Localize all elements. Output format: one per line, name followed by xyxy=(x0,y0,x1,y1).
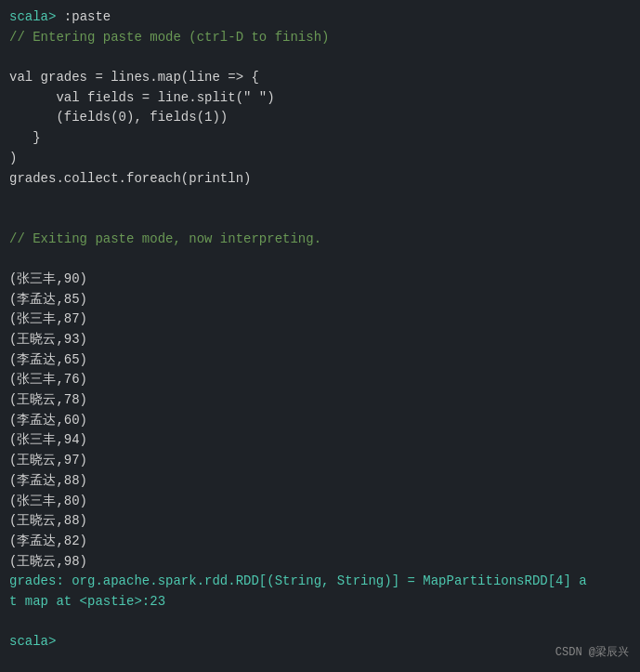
terminal-line: } xyxy=(9,128,631,149)
watermark: CSDN @梁辰兴 xyxy=(555,644,629,661)
terminal-line: scala> :paste xyxy=(9,7,631,28)
terminal-line: // Entering paste mode (ctrl-D to finish… xyxy=(9,28,631,48)
terminal-line: (张三丰,90) xyxy=(9,270,631,290)
terminal: scala> :paste// Entering paste mode (ctr… xyxy=(0,0,640,672)
terminal-line: (张三丰,80) xyxy=(9,492,631,512)
terminal-line: (李孟达,65) xyxy=(9,350,631,371)
terminal-line: (张三丰,87) xyxy=(9,310,631,330)
terminal-line: (王晓云,98) xyxy=(9,552,631,573)
terminal-line: val grades = lines.map(line => { xyxy=(9,68,631,88)
terminal-line: (李孟达,85) xyxy=(9,290,631,310)
terminal-line: grades.collect.foreach(println) xyxy=(9,169,631,190)
terminal-line: ) xyxy=(9,149,631,169)
terminal-line: (李孟达,82) xyxy=(9,532,631,552)
terminal-line: (李孟达,60) xyxy=(9,411,631,431)
terminal-line: grades: org.apache.spark.rdd.RDD[(String… xyxy=(9,572,631,592)
terminal-line: (王晓云,93) xyxy=(9,330,631,350)
terminal-line: scala> xyxy=(9,632,631,652)
terminal-line: val fields = line.split(" ") xyxy=(9,88,631,109)
terminal-line: (张三丰,76) xyxy=(9,370,631,390)
terminal-line: (王晓云,97) xyxy=(9,451,631,471)
terminal-line: (张三丰,94) xyxy=(9,430,631,451)
terminal-line: (王晓云,78) xyxy=(9,390,631,411)
terminal-line: (fields(0), fields(1)) xyxy=(9,108,631,128)
terminal-line: (李孟达,88) xyxy=(9,471,631,492)
terminal-line: // Exiting paste mode, now interpreting. xyxy=(9,230,631,250)
terminal-line: (王晓云,88) xyxy=(9,511,631,532)
terminal-line: t map at <pastie>:23 xyxy=(9,592,631,613)
